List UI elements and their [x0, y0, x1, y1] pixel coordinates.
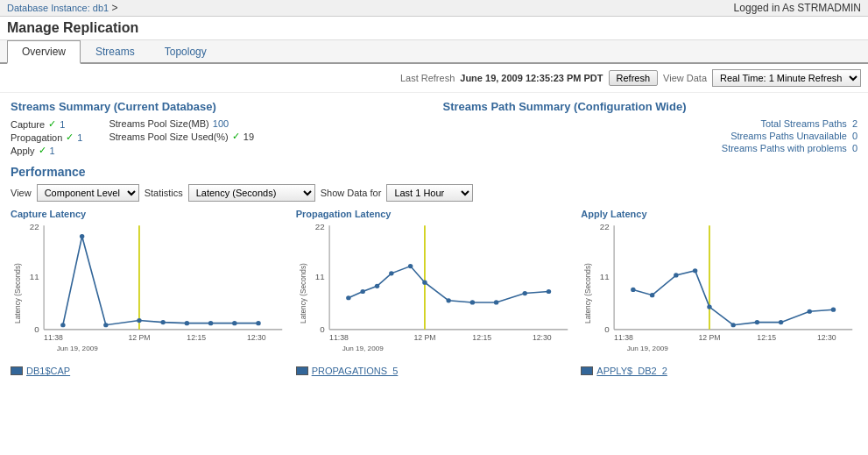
svg-point-34 [446, 298, 450, 302]
svg-text:12:30: 12:30 [817, 333, 836, 342]
svg-text:Jun 19, 2009: Jun 19, 2009 [627, 345, 669, 352]
capture-check: ✓ [48, 118, 56, 130]
propagation-link[interactable]: 1 [77, 132, 82, 143]
svg-text:22: 22 [600, 223, 610, 232]
svg-point-15 [256, 321, 260, 325]
svg-point-55 [708, 304, 712, 309]
unavailable-paths-row: Streams Paths Unavailable 0 [443, 131, 858, 141]
streams-summary-rows: Capture ✓ 1 Propagation ✓ 1 Apply ✓ 1 [11, 118, 426, 156]
svg-point-33 [422, 281, 427, 285]
page-title: Manage Replication [0, 17, 868, 40]
tab-streams[interactable]: Streams [81, 40, 150, 64]
total-paths-link[interactable]: 2 [852, 118, 857, 129]
svg-point-29 [360, 289, 364, 294]
tab-topology[interactable]: Topology [150, 40, 222, 64]
propagation-legend-label[interactable]: PROPAGATIONS_5 [312, 366, 399, 376]
tab-overview[interactable]: Overview [7, 40, 81, 64]
svg-text:11:38: 11:38 [614, 333, 633, 342]
problems-paths-link[interactable]: 0 [852, 143, 857, 153]
streams-summary: Streams Summary (Current Database) Captu… [11, 100, 426, 156]
tabs-bar: Overview Streams Topology [0, 40, 868, 64]
propagation-chart: 22 11 0 Latency (Seconds) [296, 221, 573, 361]
db-instance-link[interactable]: Database Instance: db1 [7, 3, 109, 13]
content: Streams Summary (Current Database) Captu… [0, 93, 868, 383]
path-summary-title: Streams Path Summary (Configuration Wide… [443, 100, 858, 113]
pool-size-row: Streams Pool Size(MB) 100 [109, 118, 254, 129]
apply-legend-label[interactable]: APPLY$_DB2_2 [596, 366, 667, 376]
svg-text:12:15: 12:15 [758, 333, 777, 342]
svg-point-7 [60, 323, 65, 327]
svg-point-28 [346, 295, 350, 300]
stats-select[interactable]: Latency (Seconds) Messages Per Second Me… [188, 184, 315, 202]
svg-text:11: 11 [314, 272, 324, 281]
streams-summary-title: Streams Summary (Current Database) [11, 100, 426, 113]
capture-legend: DB1$CAP [11, 366, 287, 376]
total-paths-label: Total Streams Paths [760, 118, 846, 129]
svg-text:Jun 19, 2009: Jun 19, 2009 [57, 345, 99, 352]
svg-text:12 PM: 12 PM [413, 333, 435, 342]
svg-point-56 [731, 323, 736, 327]
view-data-label: View Data [663, 73, 707, 83]
apply-row: Apply ✓ 1 [11, 145, 82, 156]
apply-check: ✓ [39, 145, 46, 156]
db-instance: Database Instance: db1 > [7, 2, 118, 14]
view-data-select[interactable]: Real Time: 1 Minute Refresh Manual Refre… [712, 69, 861, 87]
svg-text:11: 11 [600, 272, 610, 281]
apply-link[interactable]: 1 [50, 146, 55, 156]
svg-point-58 [779, 320, 783, 324]
apply-chart: 22 11 0 Latency (Seconds) [581, 221, 857, 361]
path-rows: Total Streams Paths 2 Streams Paths Unav… [443, 118, 858, 153]
unavailable-paths-label: Streams Paths Unavailable [730, 131, 847, 141]
pool-used-check: ✓ [232, 131, 240, 142]
svg-text:0: 0 [605, 324, 610, 334]
charts-container: Capture Latency 22 11 0 Latency (Seconds… [11, 209, 857, 376]
propagation-check: ✓ [66, 132, 74, 143]
show-select[interactable]: Last 1 Hour Last 24 Hours Last 7 Days [386, 184, 473, 202]
svg-point-59 [808, 309, 812, 314]
capture-link[interactable]: 1 [60, 119, 65, 130]
apply-legend: APPLY$_DB2_2 [581, 366, 857, 376]
last-refresh-label: Last Refresh [400, 73, 455, 83]
svg-point-11 [160, 320, 165, 324]
svg-point-38 [546, 289, 550, 294]
capture-legend-label[interactable]: DB1$CAP [26, 366, 70, 376]
svg-point-53 [674, 273, 678, 277]
propagation-row: Propagation ✓ 1 [11, 132, 82, 143]
svg-text:22: 22 [30, 223, 39, 232]
capture-chart-container: Capture Latency 22 11 0 Latency (Seconds… [11, 209, 287, 376]
performance-section: Performance View Component Level Databas… [11, 165, 857, 376]
apply-label: Apply [11, 146, 35, 156]
pool-size-link[interactable]: 100 [213, 118, 229, 129]
pool-used-value: 19 [243, 132, 254, 142]
svg-point-32 [408, 264, 413, 268]
view-select[interactable]: Component Level Database Level [37, 184, 139, 202]
svg-text:11: 11 [30, 272, 39, 281]
refresh-button[interactable]: Refresh [609, 70, 659, 86]
svg-point-8 [80, 234, 84, 238]
svg-text:12:15: 12:15 [187, 333, 206, 342]
svg-text:22: 22 [314, 223, 324, 232]
pool-used-row: Streams Pool Size Used(%) ✓ 19 [109, 131, 254, 142]
capture-legend-box [11, 366, 23, 375]
svg-point-52 [650, 293, 654, 297]
view-label: View [11, 188, 32, 198]
svg-point-57 [755, 320, 759, 324]
svg-point-10 [137, 318, 141, 323]
svg-point-13 [208, 321, 213, 325]
stats-label: Statistics [145, 188, 183, 198]
pool-size-label: Streams Pool Size(MB) [109, 118, 208, 129]
svg-point-9 [103, 323, 108, 327]
capture-row: Capture ✓ 1 [11, 118, 82, 130]
svg-point-12 [185, 321, 189, 325]
toolbar: Last Refresh June 19, 2009 12:35:23 PM P… [0, 64, 868, 93]
svg-text:Jun 19, 2009: Jun 19, 2009 [342, 345, 384, 352]
logged-in: Logged in As STRMADMIN [734, 2, 861, 14]
svg-text:12:30: 12:30 [247, 333, 266, 342]
svg-point-14 [232, 321, 236, 325]
svg-point-35 [469, 300, 474, 304]
capture-chart: 22 11 0 Latency (Seconds) [11, 221, 287, 361]
unavailable-paths-link[interactable]: 0 [852, 131, 857, 141]
propagation-legend: PROPAGATIONS_5 [296, 366, 573, 376]
svg-point-37 [522, 291, 526, 295]
propagation-chart-title: Propagation Latency [296, 209, 573, 219]
